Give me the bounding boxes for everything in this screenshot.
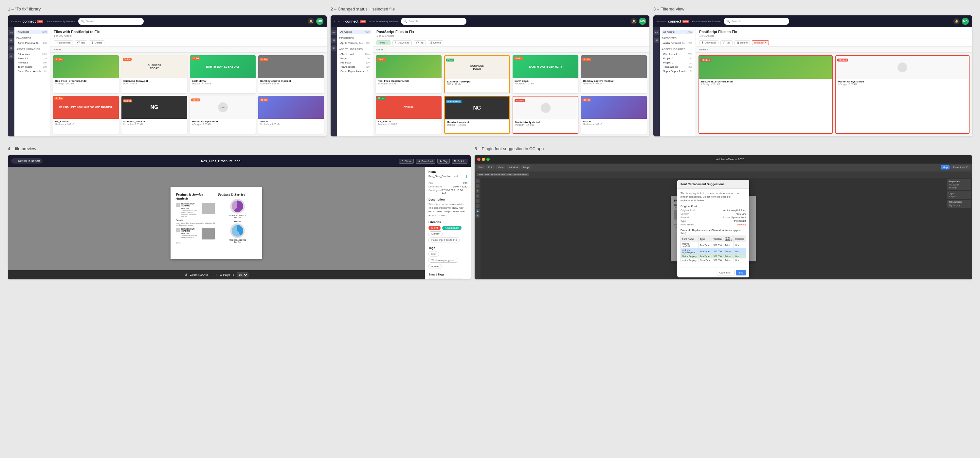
doc-tab[interactable]: Res_Files_Brochure.indd • 498 (19% Prefi… [477, 173, 529, 176]
grid-icon[interactable]: ⊞ [8, 38, 14, 43]
bell-icon-3[interactable]: 🔔 [953, 18, 960, 25]
type-icon-3[interactable]: Aa [654, 30, 659, 35]
lib-project1-3[interactable]: Project 1 10 [662, 56, 694, 60]
grid-icon-3[interactable]: ⊞ [654, 38, 659, 43]
asset-card-0-0[interactable]: To Fix Res_Files_Brochure.indd InDesign … [53, 55, 119, 93]
line-tool[interactable]: / [476, 194, 479, 198]
close-btn[interactable] [477, 158, 480, 161]
asset-card-1-3[interactable]: To Fix Ads.ai Illustrator • 1 63 kB [258, 96, 324, 134]
list-icon-2[interactable]: ≡ [331, 46, 336, 51]
lib-super-2[interactable]: Super Duper Assets 6+ [339, 69, 371, 73]
tag-btn-1[interactable]: 🏷 Tag [75, 40, 87, 45]
replacement-row-0[interactable]: meiryo subGlide TrueType 300.010 Active … [681, 242, 746, 248]
asset-card-2-2[interactable]: EARTH DAY EVERYDAY To Fix Earth day.ai I… [512, 55, 578, 93]
replacement-row-2[interactable]: MeiryoDisplay TrueType 321.030 Active Ye… [681, 255, 746, 258]
asset-card-3-0[interactable]: Blocked Res_Files_Brochure.indd InDesign… [698, 55, 833, 134]
bell-icon-2[interactable]: 🔔 [630, 18, 637, 25]
delete-btn-3[interactable]: 🗑 Delete [735, 40, 750, 45]
share-btn[interactable]: ↗ Share [399, 158, 414, 163]
lib-team-3[interactable]: Team assets 200 [662, 65, 694, 69]
tag-house[interactable]: house [428, 264, 442, 269]
back-button[interactable]: ← Return to Report [11, 158, 43, 163]
asset-card-1-0[interactable]: BE KIND. LET'S LOOK OUT FOR ONE ANOTHER.… [53, 96, 119, 134]
id-menu-edit[interactable]: Edit [486, 165, 495, 170]
fix-btn[interactable]: Fix [736, 270, 746, 276]
lib-campaign-tag[interactable]: A Campaign [442, 226, 462, 230]
lib-client-tag[interactable]: Client [428, 226, 440, 230]
search-bar-1[interactable]: 🔍 Search [78, 17, 144, 25]
asset-card-2-0[interactable]: To Fix Res_Files_Brochure.indd InDesign … [376, 55, 442, 93]
tag-long[interactable]: Thisisaverylongword [428, 258, 458, 263]
fav-item-2-1[interactable]: Aprila Personal S... 200 [339, 41, 371, 45]
search-bar-2[interactable]: 🔍 Search [401, 17, 466, 25]
filter-icon-1[interactable]: ⧖ [8, 53, 14, 59]
type-tool[interactable]: T [476, 189, 479, 193]
fav-item-3-1[interactable]: Aprila Personal S... 200 [662, 41, 694, 45]
lib-project2-2[interactable]: Project 2 100 [339, 60, 371, 65]
asset-card-2-7[interactable]: To Fix Ads.ai Illustrator • 1 63 kB [581, 96, 647, 134]
delete-btn-preview[interactable]: 🗑 Delete [452, 158, 468, 163]
select-tool[interactable]: ↗ [476, 179, 479, 183]
lib-client-2[interactable]: Client asset 20% [339, 52, 371, 56]
avatar-2[interactable]: MB [639, 17, 646, 25]
avatar-1[interactable]: MB [316, 17, 323, 25]
lib-project2-3[interactable]: Project 2 100 [662, 60, 694, 65]
lib-super-1[interactable]: Super Duper Assets 6+ [16, 69, 48, 73]
lib-postscript-tag[interactable]: PostScript Files to Fix [428, 238, 460, 242]
all-assets-item-1[interactable]: All Assets 7000 [16, 30, 48, 34]
lib-team-2[interactable]: Team assets 200 [339, 65, 371, 69]
avatar-3[interactable]: MB [962, 17, 969, 25]
all-assets-item-3[interactable]: All Assets 7000 [662, 30, 694, 34]
lib-client-1[interactable]: Client asset 20% [16, 52, 48, 56]
asset-card-3-1[interactable]: Blocked Market Analysis.indd InDesign • … [835, 55, 969, 134]
map-btn[interactable]: Map [941, 165, 950, 170]
asset-card-1-2[interactable]: chart To Fix Market Analysis.indd InDesi… [190, 96, 256, 134]
zoom-plus-btn[interactable]: + [215, 273, 217, 277]
direct-select-tool[interactable]: ↗ [476, 184, 479, 188]
id-menu-view[interactable]: View [496, 165, 505, 170]
smart-tag-reflections[interactable]: reflections [428, 278, 446, 279]
asset-card-2-1[interactable]: BUSINESSTODAY Fixed Business Today.pdf P… [444, 55, 510, 93]
id-menu-window[interactable]: Window [507, 165, 520, 170]
layer-item-1[interactable]: Layer 1 [948, 195, 969, 198]
asset-card-0-3[interactable]: To Fix Bombay captive mock.ai Illustrato… [258, 55, 324, 93]
asset-card-0-1[interactable]: BUSINESSTODAY To Fix Business Today.pdf … [121, 55, 187, 93]
asset-card-2-5[interactable]: NG In Progress Mumkart_mock.ai Illustrat… [444, 96, 510, 134]
pen-tool[interactable]: ✒ [476, 204, 479, 208]
lib-super-3[interactable]: Super Duper Assets 6+ [662, 69, 694, 73]
all-assets-item-2[interactable]: All Assets 7000 [339, 30, 371, 34]
delete-btn-2[interactable]: 🗑 Delete [428, 40, 443, 45]
asset-card-1-1[interactable]: NG To Fix Mumkart_mock.ai Illustrator • … [121, 96, 187, 134]
id-menu-file[interactable]: File [477, 165, 485, 170]
page-count-select[interactable]: 20 [237, 273, 248, 277]
tag-lake[interactable]: lake [428, 252, 439, 257]
id-menu-help[interactable]: Help [521, 165, 530, 170]
smart-tag-nature[interactable]: nature [448, 278, 461, 279]
asset-card-2-6[interactable]: Blocked Market Analysis.indd InDesign • … [512, 96, 578, 134]
asset-card-2-3[interactable]: To Fix Bombay captive mock.ai Illustrato… [581, 55, 647, 93]
eye-dropper-tool[interactable]: 💧 [476, 209, 479, 212]
asset-card-0-2[interactable]: EARTH DAY EVERYDAY To Fix Earth day.ai I… [190, 55, 256, 93]
zoom-reset-btn[interactable]: ↺ [185, 273, 188, 277]
list-icon[interactable]: ≡ [8, 46, 14, 51]
rect-tool[interactable]: □ [476, 199, 479, 203]
tag-btn-2[interactable]: 🏷 Tag [414, 40, 426, 45]
type-icon-2[interactable]: Aa [331, 30, 336, 35]
lib-library-tag[interactable]: Library [428, 231, 442, 236]
download-btn-3[interactable]: ⬇ Download [699, 40, 719, 45]
maximize-btn[interactable] [487, 158, 490, 161]
download-btn-2[interactable]: ⬇ Download [393, 40, 412, 45]
info-icon[interactable]: ℹ [466, 175, 468, 178]
lib-team-1[interactable]: Team assets 200 [16, 65, 48, 69]
download-btn-preview[interactable]: ⬇ Download [416, 158, 435, 163]
cc-lib-item-1[interactable]: My Library [948, 204, 969, 207]
tag-btn-3[interactable]: 🏷 Tag [721, 40, 733, 45]
fav-item-1-1[interactable]: Aprila Personal S... 200 [16, 41, 48, 45]
zoom-minus-btn[interactable]: − [210, 273, 212, 277]
grid-icon-2[interactable]: ⊞ [331, 38, 336, 43]
replacement-row-1[interactable]: meiryo-LightDisplay TrueType 320.030 Act… [681, 248, 746, 255]
type-icon[interactable]: Aa [8, 30, 14, 35]
search-bar-3[interactable]: 🔍 Search [724, 17, 789, 25]
lib-project1-2[interactable]: Project 1 10 [339, 56, 371, 60]
zoom-tool[interactable]: 🔍 [476, 214, 479, 217]
